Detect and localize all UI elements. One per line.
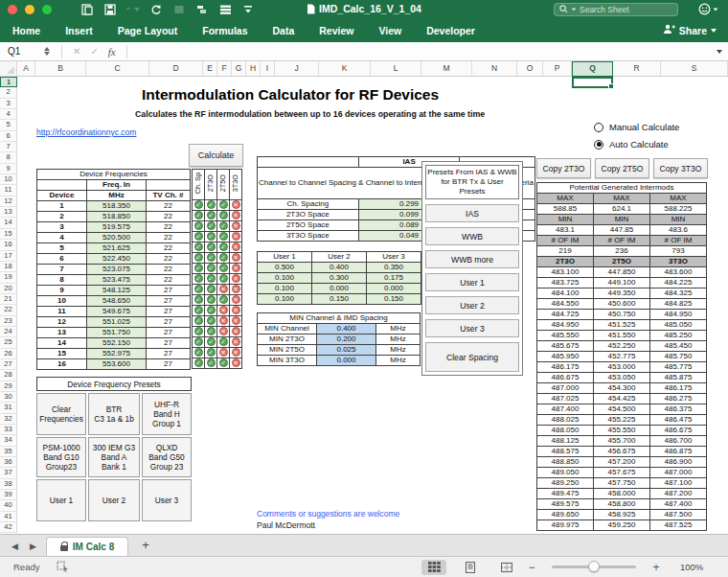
column-header-S[interactable]: S [661, 61, 728, 77]
device-frequency-cell[interactable]: 523.475 [87, 275, 147, 286]
row-header-40[interactable]: 40 [0, 500, 17, 511]
row-header-17[interactable]: 17 [0, 251, 17, 262]
row-header-15[interactable]: 15 [0, 229, 17, 240]
ribbon-tab-review[interactable]: Review [307, 19, 366, 42]
freq-preset-button-300-iem-g3[interactable]: 300 IEM G3 Band A Bank 1 [88, 437, 140, 477]
row-header-29[interactable]: 29 [0, 381, 17, 392]
preset-button-ias[interactable]: IAS [425, 204, 519, 222]
device-frequency-cell[interactable]: 552.150 [87, 338, 147, 349]
device-frequency-cell[interactable]: 518.350 [87, 201, 147, 212]
column-header-Q[interactable]: Q [572, 61, 613, 77]
freq-preset-button-psm-1000[interactable]: PSM-1000 Band G10 Group23 [36, 437, 86, 477]
row-header-8[interactable]: 8 [0, 152, 17, 163]
user-value-cell[interactable]: 0.000 [312, 284, 367, 294]
new-workbook-icon[interactable] [80, 3, 94, 16]
copy-button-3t3o[interactable]: Copy 3T3O [653, 158, 708, 178]
calculate-button[interactable]: Calculate [189, 144, 243, 167]
row-header-32[interactable]: 32 [0, 414, 17, 425]
share-button[interactable]: Share [663, 24, 717, 36]
user-value-cell[interactable]: 0.350 [367, 263, 421, 273]
row-header-42[interactable]: 42 [0, 522, 17, 533]
active-cell-cursor[interactable] [572, 77, 613, 88]
column-header-L[interactable]: L [371, 61, 421, 77]
normal-view-button[interactable] [421, 560, 446, 575]
redo-icon[interactable] [149, 3, 163, 16]
user-value-cell[interactable]: 0.100 [258, 284, 312, 294]
row-header-26[interactable]: 26 [0, 349, 17, 359]
row-header-9[interactable]: 9 [0, 164, 17, 174]
preset-button-clear-spacing[interactable]: Clear Spacing [425, 342, 519, 372]
search-sheet-input[interactable]: Search Sheet [554, 3, 678, 16]
device-frequency-cell[interactable]: 519.575 [87, 222, 147, 233]
device-frequency-cell[interactable]: 521.625 [87, 243, 147, 254]
device-frequency-cell[interactable]: 548.125 [87, 286, 147, 296]
freq-preset-button-user-2[interactable]: User 2 [88, 479, 140, 521]
row-header-38[interactable]: 38 [0, 479, 17, 490]
min-value-cell[interactable]: 0.000 [317, 356, 376, 366]
row-header-6[interactable]: 6 [0, 131, 17, 142]
page-break-view-button[interactable] [494, 560, 519, 575]
row-header-4[interactable]: 4 [0, 109, 17, 120]
column-header-E[interactable]: E [203, 61, 217, 77]
prev-sheet-icon[interactable]: ◀ [11, 542, 18, 551]
row-header-20[interactable]: 20 [0, 284, 17, 294]
freq-preset-button-qlxd[interactable]: QLXD Band G50 Group 23 [142, 437, 192, 477]
row-header-12[interactable]: 12 [0, 196, 17, 207]
preset-button-user-3[interactable]: User 3 [425, 319, 519, 337]
formula-bar-expand-icon[interactable] [717, 50, 722, 54]
row-header-33[interactable]: 33 [0, 425, 17, 435]
row-header-14[interactable]: 14 [0, 218, 17, 228]
row-header-41[interactable]: 41 [0, 512, 17, 522]
min-value-cell[interactable]: 0.200 [317, 335, 376, 345]
row-header-25[interactable]: 25 [0, 337, 17, 348]
select-all-corner[interactable] [0, 61, 17, 77]
sort-filter-icon[interactable] [195, 3, 209, 16]
device-frequency-cell[interactable]: 551.025 [87, 317, 147, 328]
freq-preset-button-user-1[interactable]: User 1 [36, 479, 86, 521]
name-box-stepper[interactable] [44, 47, 50, 56]
user-value-cell[interactable]: 0.400 [312, 263, 367, 273]
preset-button-user-2[interactable]: User 2 [425, 296, 519, 314]
row-header-11[interactable]: 11 [0, 185, 17, 196]
row-header-21[interactable]: 21 [0, 294, 17, 305]
row-header-24[interactable]: 24 [0, 327, 17, 337]
column-header-K[interactable]: K [319, 61, 371, 77]
row-header-5[interactable]: 5 [0, 120, 17, 130]
close-window-button[interactable] [8, 5, 17, 14]
column-header-I[interactable]: I [261, 61, 275, 77]
column-header-R[interactable]: R [613, 61, 661, 77]
format-painter-icon[interactable] [172, 3, 186, 16]
user-value-cell[interactable]: 0.300 [312, 273, 367, 284]
minimize-window-button[interactable] [25, 5, 34, 14]
column-header-P[interactable]: P [543, 61, 572, 77]
page-layout-view-button[interactable] [458, 560, 483, 575]
device-frequency-cell[interactable]: 548.650 [87, 296, 147, 307]
ribbon-tab-page-layout[interactable]: Page Layout [105, 19, 190, 42]
ribbon-tab-insert[interactable]: Insert [53, 19, 105, 42]
copy-button-2t5o[interactable]: Copy 2T5O [595, 158, 649, 178]
zoom-out-button[interactable]: − [525, 561, 538, 574]
user-value-cell[interactable]: 0.175 [367, 273, 421, 284]
row-header-37[interactable]: 37 [0, 468, 17, 478]
comments-link[interactable]: Comments or suggestions are welcome [257, 509, 399, 519]
column-header-G[interactable]: G [232, 61, 246, 77]
manual-calculate-radio[interactable]: Manual Calculate [594, 122, 679, 132]
user-value-cell[interactable]: 0.150 [312, 294, 367, 305]
user-value-cell[interactable]: 0.500 [258, 263, 312, 273]
row-header-18[interactable]: 18 [0, 262, 17, 272]
device-frequency-cell[interactable]: 518.850 [87, 212, 147, 222]
row-header-2[interactable]: 2 [0, 87, 17, 98]
user-value-cell[interactable]: 0.100 [258, 294, 312, 305]
row-header-3[interactable]: 3 [0, 99, 17, 109]
zoom-in-button[interactable]: + [649, 561, 663, 574]
website-link[interactable]: http://rfcoordinationnyc.com [36, 127, 136, 137]
undo-icon[interactable] [126, 3, 140, 16]
sheet-tab-active[interactable]: IM Calc 8 [46, 537, 128, 556]
row-header-7[interactable]: 7 [0, 142, 17, 152]
device-frequency-cell[interactable]: 522.450 [87, 254, 147, 265]
row-header-31[interactable]: 31 [0, 403, 17, 413]
row-header-16[interactable]: 16 [0, 240, 17, 250]
copy-button-2t3o[interactable]: Copy 2T3O [536, 158, 591, 178]
row-header-28[interactable]: 28 [0, 370, 17, 381]
cancel-entry-icon[interactable]: ✕ [73, 46, 80, 57]
